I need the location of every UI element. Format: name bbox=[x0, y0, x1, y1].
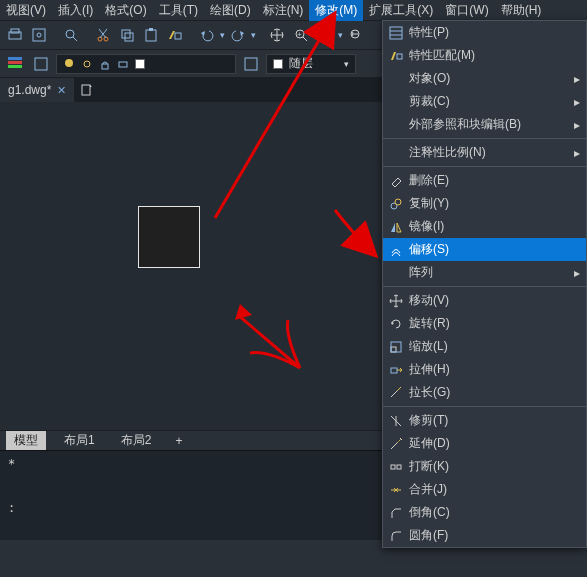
erase-icon bbox=[383, 174, 409, 188]
menu-draw[interactable]: 绘图(D) bbox=[204, 0, 257, 21]
paste-icon[interactable] bbox=[140, 24, 162, 46]
pan-icon[interactable] bbox=[266, 24, 288, 46]
menu-window[interactable]: 窗口(W) bbox=[439, 0, 494, 21]
zoom-win-icon[interactable] bbox=[314, 24, 336, 46]
svg-rect-2 bbox=[33, 29, 45, 41]
dd-join[interactable]: 合并(J) bbox=[383, 478, 586, 501]
dd-label: 拉长(G) bbox=[409, 384, 580, 401]
svg-point-25 bbox=[65, 59, 73, 67]
dd-chamfer[interactable]: 倒角(C) bbox=[383, 501, 586, 524]
dd-object[interactable]: 对象(O) ▸ bbox=[383, 67, 586, 90]
svg-rect-13 bbox=[149, 28, 153, 31]
close-icon[interactable]: ✕ bbox=[57, 84, 66, 97]
bylayer-label: 随层 bbox=[289, 55, 313, 72]
scale-icon bbox=[383, 340, 409, 354]
layer-dropdown[interactable] bbox=[56, 54, 236, 74]
dd-copy[interactable]: 复制(Y) bbox=[383, 192, 586, 215]
dd-break[interactable]: 打断(K) bbox=[383, 455, 586, 478]
menu-format[interactable]: 格式(O) bbox=[99, 0, 152, 21]
dd-move[interactable]: 移动(V) bbox=[383, 289, 586, 312]
zoom-prev-icon[interactable] bbox=[345, 24, 367, 46]
dd-anno-scale[interactable]: 注释性比例(N) ▸ bbox=[383, 141, 586, 164]
dd-trim[interactable]: 修剪(T) bbox=[383, 409, 586, 432]
new-file-icon[interactable] bbox=[75, 78, 99, 102]
undo-icon[interactable] bbox=[196, 24, 218, 46]
dd-extend[interactable]: 延伸(D) bbox=[383, 432, 586, 455]
preview-icon[interactable] bbox=[28, 24, 50, 46]
tab-layout1[interactable]: 布局1 bbox=[56, 431, 103, 450]
dd-label: 阵列 bbox=[409, 264, 574, 281]
dd-erase[interactable]: 删除(E) bbox=[383, 169, 586, 192]
dd-properties[interactable]: 特性(P) bbox=[383, 21, 586, 44]
dd-offset[interactable]: 偏移(S) bbox=[383, 238, 586, 261]
tab-layout2[interactable]: 布局2 bbox=[113, 431, 160, 450]
layer-iso-icon[interactable] bbox=[240, 54, 262, 74]
extend-icon bbox=[383, 437, 409, 451]
menu-tools[interactable]: 工具(T) bbox=[153, 0, 204, 21]
dd-label: 修剪(T) bbox=[409, 412, 580, 429]
svg-rect-23 bbox=[8, 57, 22, 60]
dd-label: 剪裁(C) bbox=[409, 93, 574, 110]
dd-stretch[interactable]: 拉伸(H) bbox=[383, 358, 586, 381]
dd-label: 倒角(C) bbox=[409, 504, 580, 521]
dd-clip[interactable]: 剪裁(C) ▸ bbox=[383, 90, 586, 113]
zoom-rt-icon[interactable]: + bbox=[290, 24, 312, 46]
menu-view[interactable]: 视图(V) bbox=[0, 0, 52, 21]
svg-rect-22 bbox=[8, 65, 22, 68]
modify-dropdown: 特性(P) 特性匹配(M) 对象(O) ▸ 剪裁(C) ▸ 外部参照和块编辑(B… bbox=[382, 20, 587, 548]
offset-icon bbox=[383, 243, 409, 257]
dd-label: 拉伸(H) bbox=[409, 361, 580, 378]
dd-scale[interactable]: 缩放(L) bbox=[383, 335, 586, 358]
find-icon[interactable] bbox=[60, 24, 82, 46]
chevron-right-icon: ▸ bbox=[574, 266, 580, 280]
svg-point-4 bbox=[66, 30, 74, 38]
move-icon bbox=[383, 294, 409, 308]
properties-icon bbox=[383, 26, 409, 40]
layer-props-icon[interactable] bbox=[4, 54, 26, 74]
print-icon[interactable] bbox=[4, 24, 26, 46]
tab-model[interactable]: 模型 bbox=[6, 431, 46, 450]
dd-label: 合并(J) bbox=[409, 481, 580, 498]
svg-rect-30 bbox=[82, 85, 90, 95]
layer-states-icon[interactable] bbox=[30, 54, 52, 74]
dd-label: 缩放(L) bbox=[409, 338, 580, 355]
dd-rotate[interactable]: 旋转(R) bbox=[383, 312, 586, 335]
svg-rect-39 bbox=[391, 368, 397, 373]
separator bbox=[383, 286, 586, 287]
redo-icon[interactable] bbox=[227, 24, 249, 46]
menu-help[interactable]: 帮助(H) bbox=[495, 0, 548, 21]
tab-add[interactable]: + bbox=[169, 433, 188, 449]
svg-rect-11 bbox=[125, 33, 133, 41]
color-dropdown[interactable]: 随层 ▾ bbox=[266, 54, 356, 74]
copy-clip-icon[interactable] bbox=[116, 24, 138, 46]
svg-point-36 bbox=[395, 199, 401, 205]
dd-match-props[interactable]: 特性匹配(M) bbox=[383, 44, 586, 67]
dd-xref-block[interactable]: 外部参照和块编辑(B) ▸ bbox=[383, 113, 586, 136]
svg-rect-14 bbox=[175, 33, 181, 39]
menu-modify[interactable]: 修改(M) bbox=[309, 0, 363, 21]
svg-rect-21 bbox=[8, 61, 22, 64]
rotate-icon bbox=[383, 317, 409, 331]
break-icon bbox=[383, 460, 409, 474]
cut-icon[interactable] bbox=[92, 24, 114, 46]
chamfer-icon bbox=[383, 506, 409, 520]
menu-insert[interactable]: 插入(I) bbox=[52, 0, 99, 21]
dd-array[interactable]: 阵列 ▸ bbox=[383, 261, 586, 284]
match-icon[interactable] bbox=[164, 24, 186, 46]
file-tab-active[interactable]: g1.dwg* ✕ bbox=[0, 78, 75, 102]
svg-rect-34 bbox=[397, 54, 402, 59]
dd-fillet[interactable]: 圆角(F) bbox=[383, 524, 586, 547]
printer-icon bbox=[117, 58, 129, 70]
svg-rect-10 bbox=[122, 30, 130, 38]
menu-dimension[interactable]: 标注(N) bbox=[257, 0, 310, 21]
dd-label: 圆角(F) bbox=[409, 527, 580, 544]
svg-line-16 bbox=[303, 37, 307, 41]
dd-mirror[interactable]: 镜像(I) bbox=[383, 215, 586, 238]
svg-rect-29 bbox=[245, 58, 257, 70]
dd-label: 延伸(D) bbox=[409, 435, 580, 452]
match-props-icon bbox=[383, 49, 409, 63]
bulb-icon bbox=[63, 58, 75, 70]
menu-express[interactable]: 扩展工具(X) bbox=[363, 0, 439, 21]
svg-rect-12 bbox=[146, 30, 156, 41]
dd-lengthen[interactable]: 拉长(G) bbox=[383, 381, 586, 404]
